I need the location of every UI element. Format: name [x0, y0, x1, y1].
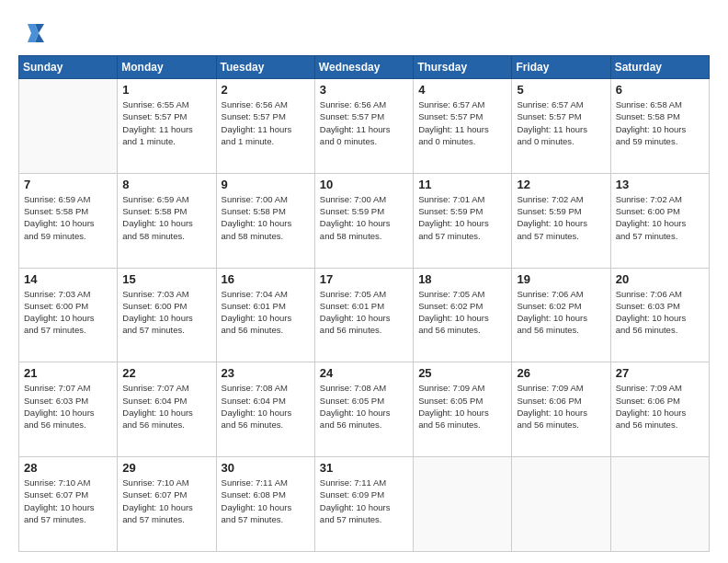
day-info: Sunrise: 7:03 AM Sunset: 6:00 PM Dayligh… [24, 288, 112, 337]
calendar-week-row: 14Sunrise: 7:03 AM Sunset: 6:00 PM Dayli… [19, 268, 710, 362]
day-number: 3 [320, 83, 408, 97]
day-info: Sunrise: 7:00 AM Sunset: 5:59 PM Dayligh… [320, 193, 408, 242]
calendar-cell: 3Sunrise: 6:56 AM Sunset: 5:57 PM Daylig… [314, 79, 413, 174]
day-number: 24 [320, 366, 408, 380]
calendar-cell: 25Sunrise: 7:09 AM Sunset: 6:05 PM Dayli… [414, 362, 512, 457]
day-info: Sunrise: 7:08 AM Sunset: 6:05 PM Dayligh… [320, 382, 408, 431]
day-info: Sunrise: 6:59 AM Sunset: 5:58 PM Dayligh… [122, 193, 210, 242]
day-info: Sunrise: 6:58 AM Sunset: 5:58 PM Dayligh… [616, 98, 704, 147]
day-of-week-header: Sunday [19, 56, 118, 79]
calendar-cell: 23Sunrise: 7:08 AM Sunset: 6:04 PM Dayli… [216, 362, 314, 457]
day-info: Sunrise: 7:09 AM Sunset: 6:06 PM Dayligh… [517, 382, 605, 431]
day-number: 7 [24, 178, 112, 191]
calendar-cell: 9Sunrise: 7:00 AM Sunset: 5:58 PM Daylig… [216, 173, 314, 268]
day-number: 13 [616, 178, 704, 191]
calendar-cell [414, 457, 512, 552]
day-of-week-header: Tuesday [216, 56, 314, 79]
day-of-week-header: Wednesday [314, 56, 413, 79]
day-info: Sunrise: 6:56 AM Sunset: 5:57 PM Dayligh… [320, 98, 408, 147]
day-info: Sunrise: 7:08 AM Sunset: 6:04 PM Dayligh… [222, 382, 310, 431]
day-info: Sunrise: 7:05 AM Sunset: 6:02 PM Dayligh… [418, 288, 506, 337]
day-info: Sunrise: 7:03 AM Sunset: 6:00 PM Dayligh… [122, 288, 210, 337]
day-number: 14 [24, 272, 112, 286]
day-number: 18 [418, 272, 506, 286]
day-number: 15 [122, 272, 210, 286]
day-info: Sunrise: 7:06 AM Sunset: 6:03 PM Dayligh… [616, 288, 704, 337]
calendar-cell: 6Sunrise: 6:58 AM Sunset: 5:58 PM Daylig… [610, 79, 709, 174]
day-info: Sunrise: 7:01 AM Sunset: 5:59 PM Dayligh… [418, 193, 506, 242]
day-number: 20 [616, 272, 704, 286]
calendar-week-row: 21Sunrise: 7:07 AM Sunset: 6:03 PM Dayli… [19, 362, 710, 457]
day-info: Sunrise: 7:06 AM Sunset: 6:02 PM Dayligh… [517, 288, 605, 337]
calendar-cell: 30Sunrise: 7:11 AM Sunset: 6:08 PM Dayli… [216, 457, 314, 552]
calendar-cell: 1Sunrise: 6:55 AM Sunset: 5:57 PM Daylig… [118, 79, 216, 174]
day-info: Sunrise: 7:04 AM Sunset: 6:01 PM Dayligh… [222, 288, 310, 337]
calendar-cell [19, 79, 118, 174]
day-number: 25 [418, 366, 506, 380]
calendar-cell: 18Sunrise: 7:05 AM Sunset: 6:02 PM Dayli… [414, 268, 512, 362]
day-info: Sunrise: 7:00 AM Sunset: 5:58 PM Dayligh… [222, 193, 310, 242]
day-info: Sunrise: 6:55 AM Sunset: 5:57 PM Dayligh… [122, 98, 210, 147]
day-number: 23 [222, 366, 310, 380]
day-of-week-header: Monday [118, 56, 216, 79]
calendar-cell: 13Sunrise: 7:02 AM Sunset: 6:00 PM Dayli… [610, 173, 709, 268]
day-info: Sunrise: 6:57 AM Sunset: 5:57 PM Dayligh… [418, 98, 506, 147]
calendar-cell: 21Sunrise: 7:07 AM Sunset: 6:03 PM Dayli… [19, 362, 118, 457]
day-of-week-header: Friday [512, 56, 610, 79]
day-number: 10 [320, 178, 408, 191]
page: SundayMondayTuesdayWednesdayThursdayFrid… [0, 0, 728, 563]
calendar-header-row: SundayMondayTuesdayWednesdayThursdayFrid… [19, 56, 710, 79]
calendar-cell: 29Sunrise: 7:10 AM Sunset: 6:07 PM Dayli… [118, 457, 216, 552]
header [18, 17, 710, 46]
calendar-cell: 27Sunrise: 7:09 AM Sunset: 6:06 PM Dayli… [610, 362, 709, 457]
day-info: Sunrise: 7:02 AM Sunset: 6:00 PM Dayligh… [616, 193, 704, 242]
day-number: 6 [616, 83, 704, 97]
day-number: 28 [24, 461, 112, 475]
day-number: 16 [222, 272, 310, 286]
calendar-cell: 10Sunrise: 7:00 AM Sunset: 5:59 PM Dayli… [314, 173, 413, 268]
day-number: 4 [418, 83, 506, 97]
day-number: 9 [222, 178, 310, 191]
day-of-week-header: Saturday [610, 56, 709, 79]
day-info: Sunrise: 6:57 AM Sunset: 5:57 PM Dayligh… [517, 98, 605, 147]
day-info: Sunrise: 7:07 AM Sunset: 6:04 PM Dayligh… [122, 382, 210, 431]
day-number: 22 [122, 366, 210, 380]
calendar-cell: 26Sunrise: 7:09 AM Sunset: 6:06 PM Dayli… [512, 362, 610, 457]
calendar-cell: 15Sunrise: 7:03 AM Sunset: 6:00 PM Dayli… [118, 268, 216, 362]
day-number: 8 [122, 178, 210, 191]
calendar-cell: 8Sunrise: 6:59 AM Sunset: 5:58 PM Daylig… [118, 173, 216, 268]
calendar-cell: 7Sunrise: 6:59 AM Sunset: 5:58 PM Daylig… [19, 173, 118, 268]
calendar-cell: 31Sunrise: 7:11 AM Sunset: 6:09 PM Dayli… [314, 457, 413, 552]
day-number: 1 [122, 83, 210, 97]
day-info: Sunrise: 7:05 AM Sunset: 6:01 PM Dayligh… [320, 288, 408, 337]
calendar-cell: 16Sunrise: 7:04 AM Sunset: 6:01 PM Dayli… [216, 268, 314, 362]
calendar-cell: 22Sunrise: 7:07 AM Sunset: 6:04 PM Dayli… [118, 362, 216, 457]
calendar-cell: 12Sunrise: 7:02 AM Sunset: 5:59 PM Dayli… [512, 173, 610, 268]
day-info: Sunrise: 7:10 AM Sunset: 6:07 PM Dayligh… [24, 477, 112, 525]
day-number: 26 [517, 366, 605, 380]
calendar-week-row: 28Sunrise: 7:10 AM Sunset: 6:07 PM Dayli… [19, 457, 710, 552]
day-info: Sunrise: 7:07 AM Sunset: 6:03 PM Dayligh… [24, 382, 112, 431]
day-number: 11 [418, 178, 506, 191]
day-number: 12 [517, 178, 605, 191]
calendar-cell: 11Sunrise: 7:01 AM Sunset: 5:59 PM Dayli… [414, 173, 512, 268]
calendar-cell: 24Sunrise: 7:08 AM Sunset: 6:05 PM Dayli… [314, 362, 413, 457]
calendar-cell: 28Sunrise: 7:10 AM Sunset: 6:07 PM Dayli… [19, 457, 118, 552]
calendar-cell: 20Sunrise: 7:06 AM Sunset: 6:03 PM Dayli… [610, 268, 709, 362]
day-info: Sunrise: 6:59 AM Sunset: 5:58 PM Dayligh… [24, 193, 112, 242]
day-number: 5 [517, 83, 605, 97]
calendar-cell: 17Sunrise: 7:05 AM Sunset: 6:01 PM Dayli… [314, 268, 413, 362]
day-of-week-header: Thursday [414, 56, 512, 79]
day-info: Sunrise: 7:09 AM Sunset: 6:05 PM Dayligh… [418, 382, 506, 431]
day-info: Sunrise: 7:10 AM Sunset: 6:07 PM Dayligh… [122, 477, 210, 525]
day-number: 19 [517, 272, 605, 286]
calendar-cell: 4Sunrise: 6:57 AM Sunset: 5:57 PM Daylig… [414, 79, 512, 174]
day-info: Sunrise: 7:11 AM Sunset: 6:08 PM Dayligh… [222, 477, 310, 525]
day-number: 2 [222, 83, 310, 97]
logo-icon [18, 20, 44, 46]
day-number: 17 [320, 272, 408, 286]
day-info: Sunrise: 6:56 AM Sunset: 5:57 PM Dayligh… [222, 98, 310, 147]
calendar-cell: 14Sunrise: 7:03 AM Sunset: 6:00 PM Dayli… [19, 268, 118, 362]
day-number: 29 [122, 461, 210, 475]
calendar-cell [610, 457, 709, 552]
